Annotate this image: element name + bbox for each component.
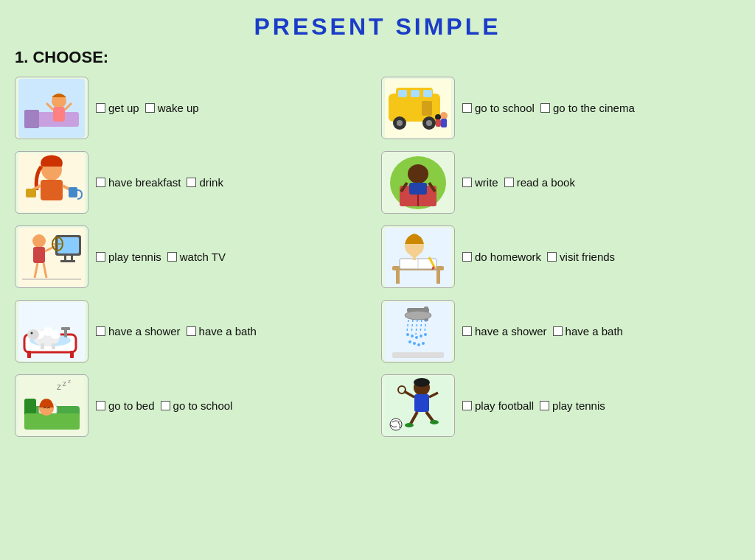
options-read: write read a book bbox=[462, 176, 575, 189]
label-do-homework: do homework bbox=[475, 251, 541, 263]
svg-point-93 bbox=[417, 343, 420, 346]
section-label: 1. CHOOSE: bbox=[15, 48, 740, 67]
opt-go-cinema: go to the cinema bbox=[540, 102, 635, 114]
svg-point-30 bbox=[408, 164, 428, 183]
label-play-tennis-2: play tennis bbox=[552, 399, 605, 412]
image-bed: z z z bbox=[15, 374, 88, 437]
checkbox-drink[interactable] bbox=[187, 178, 196, 187]
svg-rect-54 bbox=[436, 270, 440, 284]
checkbox-wake-up[interactable] bbox=[145, 103, 155, 113]
item-football: play football play tennis bbox=[381, 371, 740, 441]
checkbox-go-cinema[interactable] bbox=[540, 103, 550, 113]
svg-text:z: z bbox=[68, 378, 71, 385]
options-football: play football play tennis bbox=[462, 399, 605, 412]
items-grid: get up wake up bbox=[15, 73, 740, 445]
svg-point-88 bbox=[415, 336, 418, 339]
options-breakfast: have breakfast drink bbox=[96, 176, 223, 189]
checkbox-get-up[interactable] bbox=[96, 103, 105, 113]
image-football bbox=[381, 374, 455, 437]
checkbox-go-to-bed[interactable] bbox=[96, 401, 105, 410]
label-shower-left: have a shower bbox=[108, 325, 181, 337]
options-get-up: get up wake up bbox=[96, 102, 199, 114]
label-watch-tv: watch TV bbox=[180, 251, 226, 263]
svg-point-73 bbox=[27, 329, 39, 340]
opt-watch-tv: watch TV bbox=[167, 251, 226, 263]
opt-bath-right: have a bath bbox=[553, 325, 623, 337]
options-tennis: play tennis watch TV bbox=[96, 251, 226, 263]
label-wake-up: wake up bbox=[158, 102, 199, 114]
checkbox-bath-right[interactable] bbox=[553, 326, 563, 336]
svg-point-107 bbox=[414, 378, 430, 387]
opt-go-to-school: go to school bbox=[462, 102, 535, 114]
checkbox-play-tennis[interactable] bbox=[96, 252, 105, 262]
checkbox-go-school-2[interactable] bbox=[161, 401, 170, 410]
label-play-tennis: play tennis bbox=[108, 251, 161, 263]
opt-play-football: play football bbox=[462, 399, 534, 412]
checkbox-do-homework[interactable] bbox=[462, 252, 472, 262]
svg-rect-75 bbox=[41, 343, 44, 349]
item-read: write read a book bbox=[381, 147, 740, 217]
svg-rect-21 bbox=[436, 119, 441, 127]
svg-point-20 bbox=[435, 114, 441, 120]
checkbox-play-football[interactable] bbox=[462, 401, 472, 410]
checkbox-have-breakfast[interactable] bbox=[96, 178, 105, 187]
svg-point-17 bbox=[426, 120, 432, 126]
checkbox-play-tennis-2[interactable] bbox=[540, 401, 549, 410]
image-bath-left bbox=[15, 300, 88, 363]
label-bath-right: have a bath bbox=[566, 325, 623, 337]
svg-point-15 bbox=[397, 120, 403, 126]
svg-point-80 bbox=[405, 311, 431, 320]
opt-play-tennis: play tennis bbox=[96, 251, 161, 263]
svg-rect-19 bbox=[441, 119, 447, 127]
opt-shower-right: have a shower bbox=[462, 325, 547, 337]
svg-point-72 bbox=[50, 330, 60, 339]
item-bed: z z z bbox=[15, 371, 374, 441]
svg-rect-12 bbox=[423, 90, 432, 97]
item-bath-left: have a shower have a bath bbox=[15, 296, 374, 366]
label-read-book: read a book bbox=[517, 176, 575, 189]
label-shower-right: have a shower bbox=[475, 325, 547, 337]
svg-rect-28 bbox=[69, 187, 77, 197]
checkbox-shower-right[interactable] bbox=[462, 326, 472, 336]
svg-rect-4 bbox=[53, 107, 65, 122]
svg-rect-2 bbox=[24, 110, 39, 128]
opt-drink: drink bbox=[187, 176, 223, 189]
label-visit-friends: visit friends bbox=[560, 251, 615, 263]
svg-point-42 bbox=[32, 234, 46, 248]
svg-rect-108 bbox=[414, 394, 429, 412]
opt-go-to-bed: go to bed bbox=[96, 399, 155, 412]
item-get-up: get up wake up bbox=[15, 73, 374, 143]
label-have-breakfast: have breakfast bbox=[108, 176, 181, 189]
image-bath-right bbox=[381, 300, 455, 363]
checkbox-go-to-school[interactable] bbox=[462, 103, 472, 113]
image-tennis bbox=[15, 225, 88, 288]
checkbox-visit-friends[interactable] bbox=[547, 252, 557, 262]
label-get-up: get up bbox=[108, 102, 139, 114]
svg-rect-64 bbox=[27, 351, 31, 358]
image-get-up bbox=[15, 77, 88, 139]
checkbox-write[interactable] bbox=[462, 178, 472, 187]
svg-point-89 bbox=[420, 335, 422, 337]
label-bath-left: have a bath bbox=[199, 325, 257, 337]
options-go-school: go to school go to the cinema bbox=[462, 102, 635, 114]
item-breakfast: have breakfast drink bbox=[15, 147, 374, 217]
label-go-school-2: go to school bbox=[173, 399, 233, 412]
checkbox-watch-tv[interactable] bbox=[167, 252, 177, 262]
svg-rect-41 bbox=[60, 260, 75, 262]
image-breakfast bbox=[15, 151, 88, 214]
svg-point-74 bbox=[31, 332, 33, 334]
item-tennis: play tennis watch TV bbox=[15, 222, 374, 292]
opt-play-tennis-2: play tennis bbox=[540, 399, 605, 412]
checkbox-shower-left[interactable] bbox=[96, 326, 105, 336]
checkbox-read-book[interactable] bbox=[504, 178, 514, 187]
svg-point-114 bbox=[405, 423, 414, 427]
svg-text:z: z bbox=[63, 379, 66, 388]
svg-point-92 bbox=[413, 342, 416, 345]
options-bath-left: have a shower have a bath bbox=[96, 325, 257, 337]
checkbox-bath-left[interactable] bbox=[187, 326, 196, 336]
opt-wake-up: wake up bbox=[145, 102, 199, 114]
svg-point-87 bbox=[411, 335, 414, 337]
opt-have-breakfast: have breakfast bbox=[96, 176, 181, 189]
opt-shower-left: have a shower bbox=[96, 325, 181, 337]
svg-text:z: z bbox=[57, 382, 61, 392]
